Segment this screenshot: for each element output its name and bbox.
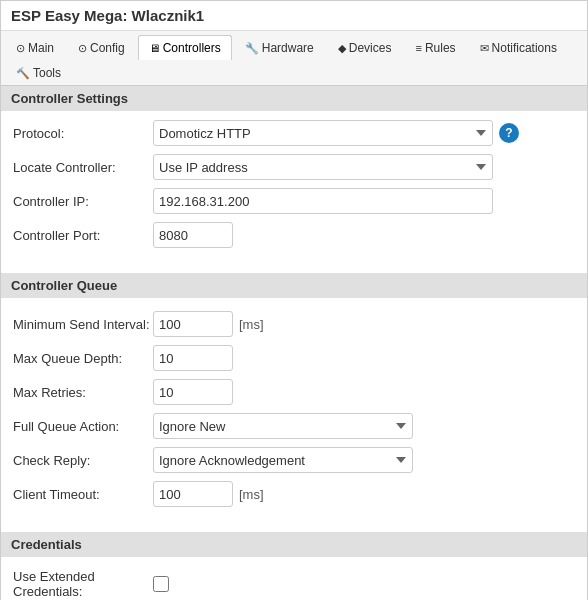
controller-queue-content: Minimum Send Interval: 100 [ms] Max Queu… bbox=[1, 302, 587, 522]
rules-icon: ≡ bbox=[415, 42, 421, 54]
tab-controllers-label: Controllers bbox=[163, 41, 221, 55]
controller-port-label: Controller Port: bbox=[13, 228, 153, 243]
config-icon: ⊙ bbox=[78, 42, 87, 55]
tab-notifications-label: Notifications bbox=[492, 41, 557, 55]
tab-config[interactable]: ⊙ Config bbox=[67, 35, 136, 60]
tab-tools-label: Tools bbox=[33, 66, 61, 80]
controller-settings-header: Controller Settings bbox=[1, 86, 587, 111]
client-timeout-label: Client Timeout: bbox=[13, 487, 153, 502]
tab-devices[interactable]: ◆ Devices bbox=[327, 35, 403, 60]
controller-port-input[interactable]: 8080 bbox=[153, 222, 233, 248]
tab-hardware[interactable]: 🔧 Hardware bbox=[234, 35, 325, 60]
min-send-interval-input[interactable]: 100 bbox=[153, 311, 233, 337]
min-send-interval-unit: [ms] bbox=[239, 317, 264, 332]
controller-queue-header: Controller Queue bbox=[1, 273, 587, 298]
tab-main-label: Main bbox=[28, 41, 54, 55]
tab-rules-label: Rules bbox=[425, 41, 456, 55]
full-queue-action-label: Full Queue Action: bbox=[13, 419, 153, 434]
min-send-interval-row: Minimum Send Interval: 100 [ms] bbox=[13, 310, 575, 338]
controller-port-row: Controller Port: 8080 bbox=[13, 221, 575, 249]
tools-icon: 🔨 bbox=[16, 67, 30, 80]
full-queue-action-select[interactable]: Ignore New Delete Oldest bbox=[153, 413, 413, 439]
protocol-label: Protocol: bbox=[13, 126, 153, 141]
max-queue-depth-row: Max Queue Depth: 10 bbox=[13, 344, 575, 372]
use-extended-label: Use Extended Credentials: bbox=[13, 569, 153, 599]
max-queue-depth-label: Max Queue Depth: bbox=[13, 351, 153, 366]
protocol-help-button[interactable]: ? bbox=[499, 123, 519, 143]
devices-icon: ◆ bbox=[338, 42, 346, 55]
max-queue-depth-input[interactable]: 10 bbox=[153, 345, 233, 371]
client-timeout-input[interactable]: 100 bbox=[153, 481, 233, 507]
tab-controllers[interactable]: 🖥 Controllers bbox=[138, 35, 232, 60]
full-queue-action-row: Full Queue Action: Ignore New Delete Old… bbox=[13, 412, 575, 440]
check-reply-row: Check Reply: Ignore Acknowledgement Chec… bbox=[13, 446, 575, 474]
protocol-row: Protocol: Domoticz HTTP Domoticz MQTT HT… bbox=[13, 119, 575, 147]
locate-controller-row: Locate Controller: Use IP address Use mD… bbox=[13, 153, 575, 181]
protocol-select[interactable]: Domoticz HTTP Domoticz MQTT HTTP bbox=[153, 120, 493, 146]
controllers-icon: 🖥 bbox=[149, 42, 160, 54]
hardware-icon: 🔧 bbox=[245, 42, 259, 55]
controller-ip-label: Controller IP: bbox=[13, 194, 153, 209]
tab-devices-label: Devices bbox=[349, 41, 392, 55]
check-reply-select[interactable]: Ignore Acknowledgement Check Acknowledge… bbox=[153, 447, 413, 473]
tab-tools[interactable]: 🔨 Tools bbox=[5, 60, 72, 85]
nav-tabs: ⊙ Main ⊙ Config 🖥 Controllers 🔧 Hardware… bbox=[1, 31, 587, 86]
tab-rules[interactable]: ≡ Rules bbox=[404, 35, 466, 60]
max-retries-label: Max Retries: bbox=[13, 385, 153, 400]
main-icon: ⊙ bbox=[16, 42, 25, 55]
client-timeout-row: Client Timeout: 100 [ms] bbox=[13, 480, 575, 508]
controller-settings-content: Protocol: Domoticz HTTP Domoticz MQTT HT… bbox=[1, 111, 587, 263]
controller-ip-row: Controller IP: 192.168.31.200 bbox=[13, 187, 575, 215]
use-extended-checkbox[interactable] bbox=[153, 576, 169, 592]
locate-controller-select[interactable]: Use IP address Use mDNS bbox=[153, 154, 493, 180]
tab-main[interactable]: ⊙ Main bbox=[5, 35, 65, 60]
locate-controller-label: Locate Controller: bbox=[13, 160, 153, 175]
tab-notifications[interactable]: ✉ Notifications bbox=[469, 35, 568, 60]
controller-ip-input[interactable]: 192.168.31.200 bbox=[153, 188, 493, 214]
check-reply-label: Check Reply: bbox=[13, 453, 153, 468]
credentials-header: Credentials bbox=[1, 532, 587, 557]
tab-config-label: Config bbox=[90, 41, 125, 55]
page-title: ESP Easy Mega: Wlacznik1 bbox=[1, 1, 587, 31]
notifications-icon: ✉ bbox=[480, 42, 489, 55]
client-timeout-unit: [ms] bbox=[239, 487, 264, 502]
min-send-interval-label: Minimum Send Interval: bbox=[13, 317, 153, 332]
max-retries-row: Max Retries: 10 bbox=[13, 378, 575, 406]
tab-hardware-label: Hardware bbox=[262, 41, 314, 55]
max-retries-input[interactable]: 10 bbox=[153, 379, 233, 405]
credentials-content: Use Extended Credentials: Controller Use… bbox=[1, 561, 587, 600]
use-extended-row: Use Extended Credentials: bbox=[13, 569, 575, 599]
